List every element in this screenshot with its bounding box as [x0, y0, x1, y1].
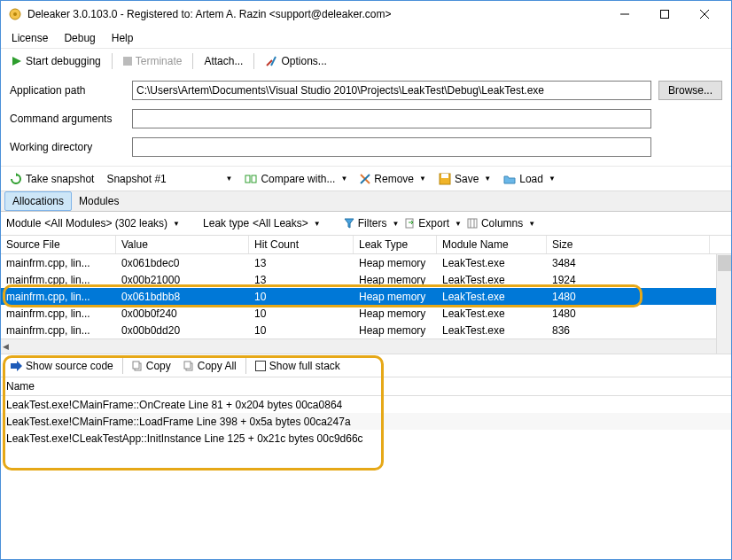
close-button[interactable] — [684, 1, 724, 27]
table-row[interactable]: mainfrm.cpp, lin...0x061bdbb810Heap memo… — [1, 288, 731, 305]
cell: mainfrm.cpp, lin... — [1, 323, 116, 338]
export-icon — [404, 218, 415, 229]
cell: 3484 — [547, 256, 710, 270]
table-row[interactable]: mainfrm.cpp, lin...0x00b2100013Heap memo… — [1, 271, 731, 288]
svg-marker-6 — [12, 57, 21, 66]
stop-icon — [123, 57, 132, 66]
scroll-thumb[interactable] — [718, 255, 731, 271]
cmd-args-input[interactable] — [132, 109, 651, 128]
menu-license[interactable]: License — [12, 32, 48, 44]
cell: 0x00b0dd20 — [116, 323, 249, 338]
cell: mainfrm.cpp, lin... — [1, 307, 116, 321]
options-button[interactable]: Options... — [261, 53, 330, 69]
svg-point-1 — [13, 12, 17, 16]
svg-marker-21 — [11, 361, 22, 371]
separator — [192, 53, 193, 69]
compare-icon — [245, 173, 257, 185]
cell: LeakTest.exe — [437, 273, 547, 287]
scroll-left-icon[interactable]: ◀ — [3, 342, 9, 351]
minimize-button[interactable] — [604, 1, 644, 27]
cell: 0x00b21000 — [116, 273, 249, 287]
cell: 0x00b0f240 — [116, 307, 249, 321]
tools-icon — [265, 55, 277, 67]
table-row[interactable]: mainfrm.cpp, lin...0x061bdec013Heap memo… — [1, 254, 731, 271]
cell: 836 — [547, 323, 710, 338]
cell: 1480 — [547, 290, 710, 304]
window-title: Deleaker 3.0.103.0 - Registered to: Arte… — [27, 8, 604, 20]
remove-icon — [360, 174, 370, 184]
cell: 10 — [249, 290, 354, 304]
cell: mainfrm.cpp, lin... — [1, 290, 116, 304]
export-button[interactable]: Export ▼ — [404, 217, 462, 229]
tab-modules[interactable]: Modules — [72, 192, 126, 210]
refresh-icon — [10, 173, 22, 185]
snapshot-dropdown[interactable]: Snapshot #1 ▼ — [103, 171, 236, 187]
maximize-button[interactable] — [644, 1, 684, 27]
terminate-button[interactable]: Terminate — [120, 53, 186, 69]
titlebar: Deleaker 3.0.103.0 - Registered to: Arte… — [1, 1, 731, 27]
cell: 1924 — [547, 273, 710, 287]
start-debugging-button[interactable]: Start debugging — [8, 53, 105, 69]
load-button[interactable]: Load ▼ — [500, 171, 559, 187]
save-button[interactable]: Save ▼ — [435, 171, 494, 187]
tab-allocations[interactable]: Allocations — [4, 191, 72, 211]
stack-toolbar: Show source code Copy Copy All Show full… — [1, 354, 731, 377]
cell: Heap memory — [354, 273, 437, 287]
copy-button[interactable]: Copy — [128, 358, 175, 374]
take-snapshot-button[interactable]: Take snapshot — [6, 171, 97, 187]
chevron-down-icon: ▼ — [392, 220, 399, 228]
horizontal-scrollbar[interactable]: ◀ ▶ — [1, 338, 731, 354]
cell: LeakTest.exe — [437, 290, 547, 304]
browse-button[interactable]: Browse... — [658, 81, 722, 100]
form-area: Application path Command arguments Worki… — [1, 74, 731, 166]
checkbox-icon — [255, 361, 266, 371]
stack-row[interactable]: LeakTest.exe!CLeakTestApp::InitInstance … — [1, 430, 731, 447]
svg-rect-11 — [245, 175, 250, 183]
remove-button[interactable]: Remove ▼ — [356, 171, 430, 187]
cell: 0x061bdbb8 — [116, 290, 249, 304]
menu-help[interactable]: Help — [112, 32, 134, 44]
col-name[interactable]: Name — [1, 377, 731, 395]
folder-icon — [503, 173, 516, 185]
table-body: mainfrm.cpp, lin...0x061bdec013Heap memo… — [1, 254, 731, 338]
table-row[interactable]: mainfrm.cpp, lin...0x00b0dd2010Heap memo… — [1, 322, 731, 338]
col-hit-count[interactable]: Hit Count — [249, 236, 354, 253]
col-module-name[interactable]: Module Name — [437, 236, 547, 253]
compare-button[interactable]: Compare with... ▼ — [241, 171, 351, 187]
app-path-label: Application path — [10, 84, 132, 97]
filters-button[interactable]: Filters ▼ — [344, 217, 400, 229]
app-icon — [8, 7, 22, 21]
chevron-down-icon: ▼ — [549, 175, 556, 183]
show-source-button[interactable]: Show source code — [6, 358, 117, 374]
col-source-file[interactable]: Source File — [1, 236, 116, 253]
separator — [112, 53, 113, 69]
copy-icon — [132, 361, 143, 371]
table-row[interactable]: mainfrm.cpp, lin...0x00b0f24010Heap memo… — [1, 305, 731, 322]
chevron-down-icon: ▼ — [484, 175, 491, 183]
cmd-args-label: Command arguments — [10, 113, 132, 125]
chevron-down-icon: ▼ — [225, 175, 232, 183]
module-filter[interactable]: Module <All Modules> (302 leaks) ▼ — [6, 217, 180, 229]
svg-rect-18 — [468, 219, 477, 228]
app-path-input[interactable] — [132, 81, 651, 100]
show-full-stack-checkbox[interactable]: Show full stack — [252, 358, 344, 374]
col-value[interactable]: Value — [116, 236, 249, 253]
leak-type-filter[interactable]: Leak type <All Leaks> ▼ — [203, 217, 321, 229]
cell: Heap memory — [354, 256, 437, 270]
save-icon — [439, 173, 451, 185]
work-dir-input[interactable] — [132, 137, 651, 157]
stack-row[interactable]: LeakTest.exe!CMainFrame::LoadFrame Line … — [1, 413, 731, 430]
menu-debug[interactable]: Debug — [64, 32, 95, 44]
menubar: License Debug Help — [1, 27, 731, 49]
allocations-table: Source File Value Hit Count Leak Type Mo… — [1, 235, 731, 354]
col-leak-type[interactable]: Leak Type — [354, 236, 437, 253]
vertical-scrollbar[interactable] — [716, 254, 731, 354]
columns-button[interactable]: Columns ▼ — [467, 217, 535, 229]
copy-all-button[interactable]: Copy All — [180, 358, 240, 374]
chevron-down-icon: ▼ — [173, 220, 180, 228]
cell: 1480 — [547, 307, 710, 321]
cell: LeakTest.exe — [437, 256, 547, 270]
attach-button[interactable]: Attach... — [200, 53, 246, 69]
col-size[interactable]: Size — [547, 236, 710, 253]
stack-row[interactable]: LeakTest.exe!CMainFrame::OnCreate Line 8… — [1, 396, 731, 413]
